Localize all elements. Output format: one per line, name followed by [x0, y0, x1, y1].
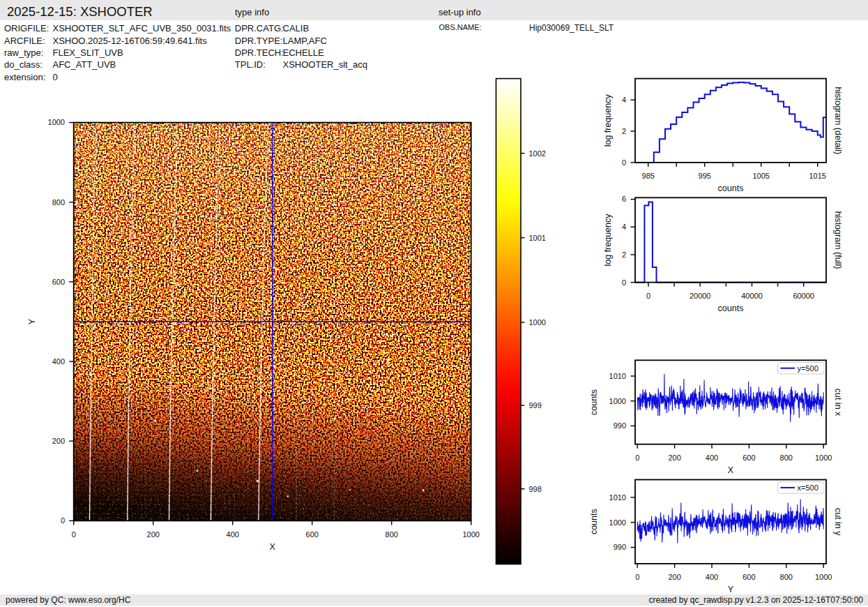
svg-text:1000: 1000 [815, 573, 832, 581]
svg-text:985: 985 [642, 172, 655, 180]
svg-text:0: 0 [622, 158, 626, 167]
svg-text:1005: 1005 [752, 172, 769, 180]
svg-text:1000: 1000 [48, 118, 65, 126]
svg-text:400: 400 [706, 454, 718, 462]
svg-text:6: 6 [622, 195, 626, 203]
svg-text:4: 4 [622, 96, 626, 104]
svg-text:counts: counts [718, 183, 744, 193]
svg-text:1010: 1010 [609, 493, 626, 502]
svg-text:995: 995 [699, 172, 711, 180]
svg-text:800: 800 [52, 198, 65, 207]
svg-text:1000: 1000 [529, 318, 546, 327]
svg-text:cut in x: cut in x [833, 389, 843, 417]
svg-text:X: X [270, 542, 276, 552]
svg-text:histogram (full): histogram (full) [833, 211, 843, 269]
svg-text:1001: 1001 [529, 234, 546, 242]
svg-text:log frequency: log frequency [603, 94, 613, 147]
svg-text:1000: 1000 [462, 530, 479, 539]
svg-text:0: 0 [635, 573, 639, 581]
svg-text:1000: 1000 [609, 397, 626, 405]
svg-text:200: 200 [52, 437, 65, 445]
svg-text:histogram (detail): histogram (detail) [833, 87, 843, 155]
svg-text:1000: 1000 [609, 518, 626, 527]
svg-text:0: 0 [61, 516, 65, 525]
svg-text:x=500: x=500 [798, 484, 818, 492]
svg-text:0: 0 [72, 530, 76, 539]
svg-text:counts: counts [589, 509, 599, 534]
svg-text:counts: counts [718, 304, 744, 313]
svg-text:800: 800 [780, 454, 793, 462]
svg-text:Y: Y [27, 318, 37, 324]
svg-text:200: 200 [668, 573, 680, 581]
svg-text:1010: 1010 [609, 372, 626, 380]
svg-text:Y: Y [728, 585, 734, 594]
svg-text:0: 0 [622, 278, 626, 287]
svg-text:20000: 20000 [690, 292, 711, 300]
svg-text:600: 600 [306, 530, 319, 539]
svg-text:1002: 1002 [529, 149, 546, 158]
svg-text:600: 600 [52, 278, 65, 286]
svg-text:1000: 1000 [815, 454, 832, 462]
svg-text:990: 990 [614, 543, 626, 551]
svg-text:998: 998 [529, 485, 542, 493]
svg-text:990: 990 [614, 421, 626, 430]
svg-text:cut in y: cut in y [833, 508, 843, 536]
svg-text:1015: 1015 [809, 172, 825, 180]
svg-text:999: 999 [529, 401, 542, 410]
svg-text:200: 200 [147, 530, 160, 539]
svg-text:2: 2 [622, 127, 626, 135]
svg-text:400: 400 [706, 573, 718, 581]
svg-text:0: 0 [635, 454, 639, 462]
svg-text:400: 400 [52, 357, 65, 366]
svg-text:4: 4 [622, 223, 626, 231]
svg-text:400: 400 [227, 530, 239, 539]
svg-text:X: X [728, 465, 734, 475]
svg-text:600: 600 [743, 454, 755, 462]
svg-text:0: 0 [646, 292, 650, 300]
svg-text:log frequency: log frequency [603, 213, 613, 267]
svg-text:60000: 60000 [793, 292, 814, 300]
svg-text:counts: counts [589, 389, 599, 415]
svg-text:y=500: y=500 [798, 364, 818, 373]
svg-text:800: 800 [780, 573, 793, 581]
svg-text:600: 600 [743, 573, 755, 581]
svg-text:200: 200 [668, 454, 680, 462]
svg-text:2: 2 [622, 250, 626, 259]
svg-text:40000: 40000 [741, 292, 763, 300]
svg-text:800: 800 [386, 530, 398, 539]
